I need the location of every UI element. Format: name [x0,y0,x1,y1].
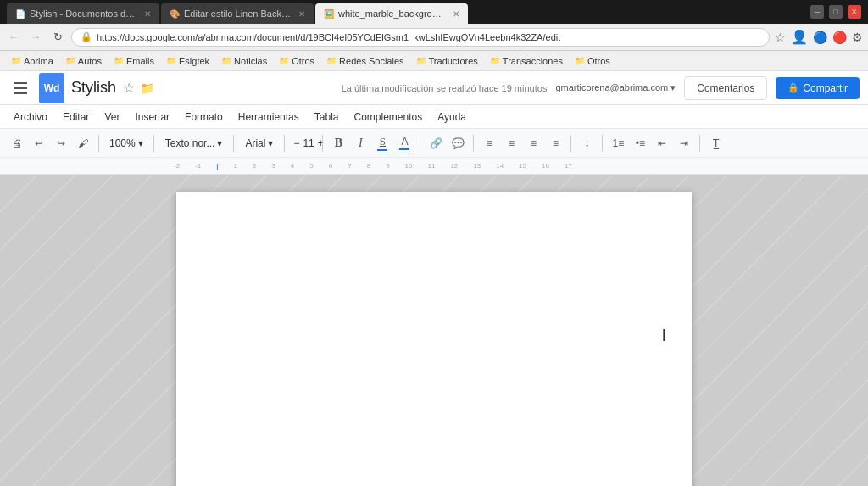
redo-button[interactable]: ↪ [51,133,71,154]
doc-actions: ☆ 📁 [123,80,154,96]
tab-label: Editar estilo Linen Backgr... [184,8,291,19]
font-dropdown[interactable]: Arial ▾ [239,135,279,152]
zoom-value: 100% [109,137,136,149]
underline-button[interactable]: S [372,133,392,154]
document-page[interactable]: I [176,192,692,486]
link-button[interactable]: 🔗 [426,133,446,154]
font-color-button[interactable]: A [394,133,415,154]
tab-close-button[interactable]: ✕ [298,9,305,19]
separator [322,135,323,152]
bookmark-item[interactable]: 📁Redes Sociales [322,54,408,68]
folder-icon[interactable]: 📁 [140,81,154,95]
font-color-label: A [401,136,408,148]
separator [602,135,603,152]
font-size-decrease-button[interactable]: − [293,137,299,149]
menu-item-insertar[interactable]: Insertar [128,108,176,126]
bookmark-label: Otros [587,56,610,66]
tab-close-button[interactable]: ✕ [453,9,459,19]
bookmark-icon: 📁 [166,56,176,65]
style-value: Texto nor... [165,137,215,149]
bookmark-label: Autos [78,56,102,66]
menu-item-archivo[interactable]: Archivo [7,108,54,126]
user-email[interactable]: gmarticorena@abrima.com ▾ [555,82,676,93]
extension2-icon[interactable]: 🔴 [832,31,847,44]
extension3-icon[interactable]: ⚙ [852,31,863,44]
print-button[interactable]: 🖨 [7,133,27,154]
align-center-button[interactable]: ≡ [501,133,521,154]
bookmarks-bar: 📁Abrima📁Autos📁Emails📁Esigtek📁Noticias📁Ot… [0,51,868,71]
url-text: https://docs.google.com/a/abrima.com/doc… [97,32,560,42]
numbered-list-button[interactable]: 1≡ [608,133,628,154]
bookmark-icon: 📁 [11,56,21,65]
comment-button[interactable]: 💬 [448,133,468,154]
separator [233,135,234,152]
star-icon[interactable]: ☆ [123,80,135,96]
align-left-button[interactable]: ≡ [479,133,499,154]
bookmark-item[interactable]: 📁Traductores [412,54,482,68]
tab-label: Stylish - Documentos de... [30,8,136,19]
doc-title: Stylish [71,79,116,97]
font-size-value[interactable]: 11 [299,137,317,149]
bookmark-icon: 📁 [279,56,289,65]
extension-icon[interactable]: 🔵 [813,31,827,44]
profile-icon[interactable]: 👤 [791,29,808,45]
titlebar: 📄 Stylish - Documentos de... ✕ 🎨 Editar … [0,0,868,24]
share-button[interactable]: 🔒 Compartir [776,77,860,99]
menu-item-complementos[interactable]: Complementos [347,108,429,126]
bullet-list-button[interactable]: •≡ [630,133,650,154]
toolbar: 🖨 ↩ ↪ 🖌 100% ▾ Texto nor... ▾ Arial ▾ − … [0,129,868,158]
ruler-track: -2 -1 | 1 2 3 4 5 6 7 8 9 10 11 12 13 14… [174,162,572,170]
increase-indent-button[interactable]: ⇥ [674,133,694,154]
back-button[interactable]: ← [5,29,22,46]
bookmark-label: Emails [126,56,154,66]
comments-button[interactable]: Comentarios [684,76,767,100]
style-dropdown[interactable]: Texto nor... ▾ [159,135,229,152]
justify-button[interactable]: ≡ [545,133,565,154]
menu-item-herramientas[interactable]: Herramientas [231,108,306,126]
url-bar[interactable]: 🔒 https://docs.google.com/a/abrima.com/d… [71,28,770,47]
menu-item-formato[interactable]: Formato [178,108,230,126]
forward-button[interactable]: → [27,29,44,46]
paint-format-button[interactable]: 🖌 [73,133,93,154]
menu-item-ayuda[interactable]: Ayuda [431,108,473,126]
menu-item-editar[interactable]: Editar [56,108,96,126]
menu-item-ver[interactable]: Ver [97,108,126,126]
browser-tab-tab1[interactable]: 📄 Stylish - Documentos de... ✕ [7,3,159,24]
browser-tab-tab3[interactable]: 🖼️ white_marble_backgroun... ✕ [315,3,468,24]
bold-button[interactable]: B [328,133,348,154]
hamburger-icon [14,82,27,84]
bookmark-item[interactable]: 📁Emails [109,54,159,68]
menu-item-tabla[interactable]: Tabla [308,108,346,126]
separator [699,135,700,152]
share-label: Compartir [803,82,848,94]
bookmark-star-icon[interactable]: ☆ [775,31,786,44]
bookmark-icon: 📁 [575,56,585,65]
docs-right: La última modificación se realizó hace 1… [342,76,860,100]
maximize-button[interactable]: □ [829,5,843,19]
tab-label: white_marble_backgroun... [338,8,445,19]
bookmark-item[interactable]: 📁Otros [570,54,615,68]
bookmark-item[interactable]: 📁Transacciones [486,54,567,68]
style-chevron-icon: ▾ [217,137,222,149]
bookmark-item[interactable]: 📁Autos [61,54,106,68]
bookmark-item[interactable]: 📁Abrima [7,54,58,68]
italic-button[interactable]: I [350,133,370,154]
undo-button[interactable]: ↩ [29,133,49,154]
tab-close-button[interactable]: ✕ [144,9,151,19]
bookmark-item[interactable]: 📁Esigtek [162,54,214,68]
refresh-button[interactable]: ↻ [49,29,66,46]
zoom-dropdown[interactable]: 100% ▾ [104,136,148,151]
line-spacing-button[interactable]: ↕ [576,133,597,154]
separator [420,135,420,152]
menu-bar: ArchivoEditarVerInsertarFormatoHerramien… [0,105,868,129]
decrease-indent-button[interactable]: ⇤ [652,133,672,154]
bookmark-label: Esigtek [179,56,209,66]
align-right-button[interactable]: ≡ [523,133,543,154]
bookmark-item[interactable]: 📁Noticias [217,54,271,68]
clear-format-button[interactable]: T̲ [705,133,726,154]
bookmark-item[interactable]: 📁Otros [275,54,319,68]
minimize-button[interactable]: ─ [810,5,824,19]
close-button[interactable]: ✕ [848,5,861,19]
browser-tab-tab2[interactable]: 🎨 Editar estilo Linen Backgr... ✕ [161,3,314,24]
hamburger-button[interactable] [8,76,32,100]
